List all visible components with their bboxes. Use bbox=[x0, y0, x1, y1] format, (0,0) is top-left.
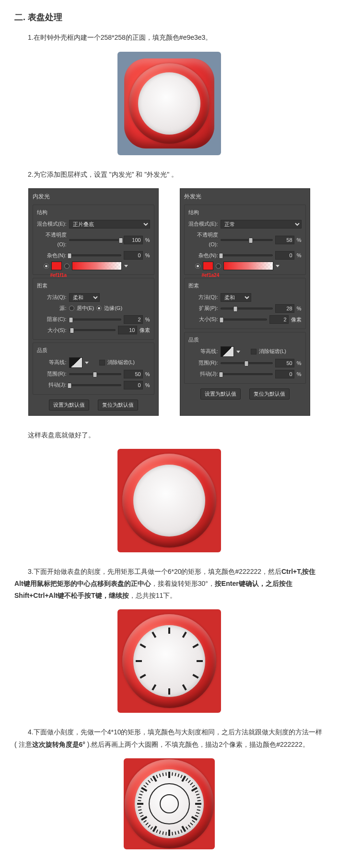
hex-label: #ef1f1a bbox=[50, 271, 67, 280]
range-input[interactable] bbox=[124, 370, 143, 378]
range-slider[interactable] bbox=[69, 373, 121, 375]
noise-slider[interactable] bbox=[221, 254, 273, 256]
group-structure: 结构 bbox=[188, 208, 302, 217]
source-edge-radio[interactable] bbox=[96, 306, 102, 311]
jitter-input[interactable] bbox=[124, 381, 143, 389]
group-quality: 品质 bbox=[188, 335, 302, 345]
technique-select[interactable]: 柔和 bbox=[69, 293, 100, 302]
range-label: 范围(R): bbox=[37, 369, 67, 379]
opacity-label: 不透明度(O): bbox=[37, 230, 67, 250]
size-label: 大小(S): bbox=[188, 315, 218, 324]
gradient-swatch[interactable] bbox=[223, 262, 273, 270]
noise-input[interactable] bbox=[124, 251, 143, 260]
blend-mode-select[interactable]: 正片叠底 bbox=[69, 220, 150, 228]
chevron-down-icon[interactable] bbox=[236, 351, 240, 353]
step-1-text: 1.在时钟外壳框内建一个258*258的正圆，填充颜色#e9e3e3。 bbox=[14, 32, 324, 44]
panel-title: 内发光 bbox=[33, 192, 154, 202]
opacity-label: 不透明度(O): bbox=[188, 230, 218, 250]
size-label: 大小(S): bbox=[37, 326, 67, 335]
hex-label: #ef1a24 bbox=[202, 271, 220, 280]
spread-label: 扩展(P): bbox=[188, 304, 218, 313]
color-swatch[interactable] bbox=[51, 262, 62, 270]
figure-step1 bbox=[117, 52, 221, 155]
contour-picker[interactable] bbox=[221, 346, 234, 357]
opacity-input[interactable] bbox=[275, 236, 294, 244]
panel-inner-glow: 内发光 结构 混合模式(E): 正片叠底 不透明度(O): % 杂色(N): bbox=[28, 188, 159, 416]
technique-label: 方法(Q): bbox=[37, 293, 67, 302]
source-center-radio[interactable] bbox=[69, 306, 74, 311]
jitter-label: 抖动(J): bbox=[188, 369, 218, 379]
gradient-radio[interactable] bbox=[64, 263, 70, 269]
jitter-input[interactable] bbox=[275, 370, 294, 378]
noise-label: 杂色(N): bbox=[37, 251, 67, 261]
step-2-text: 2.为它添加图层样式，设置 "内发光" 和 "外发光" 。 bbox=[14, 169, 324, 181]
range-input[interactable] bbox=[275, 359, 294, 367]
contour-label: 等高线: bbox=[188, 347, 218, 356]
blend-mode-select[interactable]: 正常 bbox=[221, 220, 302, 228]
noise-label: 杂色(N): bbox=[188, 251, 218, 261]
color-swatch[interactable] bbox=[203, 262, 213, 270]
panel-outer-glow: 外发光 结构 混合模式(E): 正常 不透明度(O): % 杂色(N): bbox=[180, 188, 310, 416]
blend-label: 混合模式(E): bbox=[37, 219, 67, 229]
opacity-slider[interactable] bbox=[221, 239, 273, 241]
spread-input[interactable] bbox=[275, 304, 294, 313]
range-label: 范围(R): bbox=[188, 358, 218, 368]
choke-input[interactable] bbox=[124, 315, 143, 324]
size-slider[interactable] bbox=[69, 329, 116, 331]
reset-default-button[interactable]: 复位为默认值 bbox=[249, 388, 290, 400]
make-default-button[interactable]: 设置为默认值 bbox=[200, 388, 241, 400]
jitter-slider[interactable] bbox=[69, 384, 121, 386]
step-3-text: 3.下面开始做表盘的刻度，先用矩形工具做一个6*20的矩形，填充颜色#22222… bbox=[14, 566, 324, 602]
chevron-down-icon[interactable] bbox=[85, 362, 89, 364]
group-elements: 图素 bbox=[37, 281, 150, 291]
noise-input[interactable] bbox=[275, 251, 294, 260]
opacity-input[interactable] bbox=[124, 236, 143, 244]
antialias-checkbox[interactable] bbox=[99, 360, 105, 365]
color-radio[interactable] bbox=[195, 263, 200, 269]
figure-step3 bbox=[117, 609, 221, 713]
size-input[interactable] bbox=[269, 315, 289, 324]
section-heading: 二. 表盘处理 bbox=[14, 10, 324, 25]
contour-picker[interactable] bbox=[69, 357, 82, 368]
inner-ring bbox=[160, 794, 179, 813]
source-label: 源: bbox=[37, 304, 67, 313]
jitter-slider[interactable] bbox=[221, 373, 273, 375]
reset-default-button[interactable]: 复位为默认值 bbox=[98, 400, 138, 411]
size-slider[interactable] bbox=[221, 319, 267, 320]
step-2-done: 这样表盘底就做好了。 bbox=[14, 429, 324, 441]
contour-label: 等高线: bbox=[37, 358, 67, 367]
technique-label: 方法(Q): bbox=[188, 293, 218, 302]
panel-title: 外发光 bbox=[184, 192, 306, 202]
spread-slider[interactable] bbox=[221, 308, 273, 309]
choke-label: 阻塞(C): bbox=[37, 315, 67, 324]
blend-label: 混合模式(E): bbox=[188, 219, 218, 229]
make-default-button[interactable]: 设置为默认值 bbox=[49, 400, 89, 411]
jitter-label: 抖动(J): bbox=[37, 380, 67, 390]
color-radio[interactable] bbox=[44, 263, 49, 269]
choke-slider[interactable] bbox=[69, 319, 121, 320]
step-4-text: 4.下面做小刻度，先做一个4*10的矩形，填充颜色与大刻度相同，之后方法就跟做大… bbox=[14, 726, 324, 750]
gradient-swatch[interactable] bbox=[72, 262, 122, 270]
chevron-down-icon[interactable] bbox=[276, 265, 280, 267]
group-elements: 图素 bbox=[188, 281, 302, 291]
range-slider[interactable] bbox=[221, 362, 273, 364]
technique-select[interactable]: 柔和 bbox=[221, 293, 251, 302]
antialias-checkbox[interactable] bbox=[251, 349, 256, 354]
size-input[interactable] bbox=[118, 326, 137, 334]
figure-step2 bbox=[117, 449, 221, 552]
group-structure: 结构 bbox=[37, 208, 150, 217]
chevron-down-icon[interactable] bbox=[124, 265, 128, 267]
figure-step4 bbox=[124, 758, 215, 849]
group-quality: 品质 bbox=[37, 346, 150, 355]
opacity-slider[interactable] bbox=[69, 239, 121, 241]
gradient-radio[interactable] bbox=[216, 263, 221, 269]
noise-slider[interactable] bbox=[69, 254, 121, 256]
